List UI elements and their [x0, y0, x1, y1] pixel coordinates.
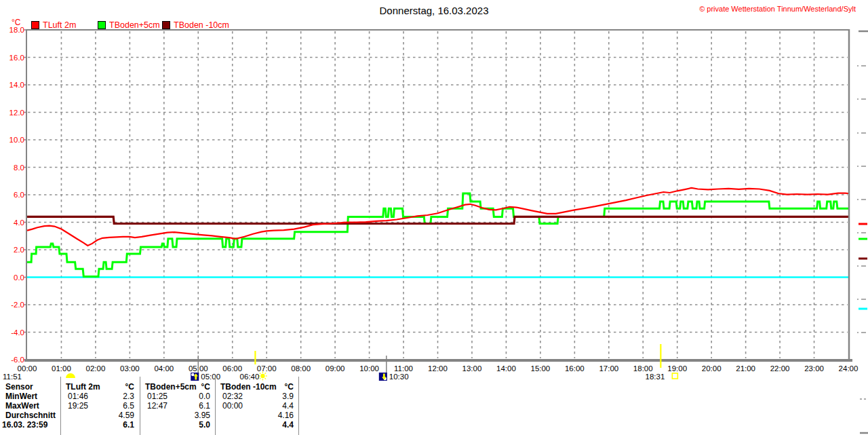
- sun-icon: [260, 374, 264, 378]
- sun-icon: [265, 373, 266, 373]
- table-row-label: MinWert: [5, 392, 37, 401]
- x-tick-label: 01:00: [52, 364, 71, 373]
- x-tick-label: 13:00: [462, 364, 482, 373]
- moon-icon: [66, 373, 75, 378]
- x-tick-label: 08:00: [291, 364, 311, 373]
- x-tick-label: 07:00: [257, 364, 277, 373]
- table-time-value: 12:47: [147, 402, 167, 411]
- table-temp-value: 4.59: [119, 411, 134, 420]
- table-temp-value: 5.0: [199, 421, 210, 430]
- table-time-value: 01:46: [68, 392, 88, 401]
- event-time-label: 10:30: [389, 373, 409, 381]
- table-time-value: 02:32: [222, 392, 243, 401]
- table-time-value: 00:00: [222, 402, 243, 411]
- table-sensor-header: TLuft 2m: [66, 383, 100, 392]
- table-temp-value: 6.1: [123, 421, 134, 430]
- x-tick-label: 03:00: [120, 364, 140, 373]
- x-tick-label: 16:00: [565, 364, 585, 373]
- table-corner-label: Sensor: [5, 383, 33, 392]
- x-tick-label: 06:00: [222, 364, 242, 373]
- x-tick-label: 24:00: [839, 364, 859, 373]
- weather-chart-window: Donnerstag, 16.03.2023 © private Wetters…: [0, 0, 868, 435]
- y-tick-label: 2.0: [14, 246, 24, 254]
- table-row-label: MaxWert: [5, 402, 39, 411]
- table-temp-value: 3.9: [282, 392, 294, 401]
- event-time-label: 05:00: [201, 373, 220, 381]
- y-tick-label: 4.0: [14, 219, 24, 227]
- x-tick-label: 20:00: [702, 364, 722, 373]
- sun-icon: [260, 378, 260, 379]
- y-tick-label: 10.0: [9, 136, 24, 144]
- table-sensor-header: TBoden -10cm: [220, 383, 277, 392]
- table-column-divider: [215, 377, 216, 435]
- table-temp-value: 3.95: [195, 411, 210, 420]
- x-tick-label: 21:00: [736, 364, 755, 373]
- y-tick-label: 14.0: [9, 81, 24, 89]
- table-column-divider: [60, 377, 61, 435]
- table-unit-header: °C: [201, 383, 210, 392]
- y-tick-label: -4.0: [11, 328, 24, 337]
- table-temp-value: 2.3: [123, 392, 134, 401]
- y-tick-label: 6.0: [14, 191, 24, 199]
- x-tick-label: 19:00: [667, 364, 687, 373]
- moonrise-icon: [191, 373, 194, 376]
- y-tick-label: -6.0: [11, 356, 24, 364]
- x-tick-label: 18:00: [633, 364, 653, 373]
- event-time-label: 11:51: [3, 373, 22, 381]
- x-tick-label: 02:00: [86, 364, 106, 373]
- x-tick-label: 15:00: [530, 364, 550, 373]
- y-tick-label: 16.0: [9, 54, 24, 62]
- table-temp-value: 0.0: [199, 392, 210, 401]
- table-sensor-header: TBoden+5cm: [145, 383, 197, 392]
- x-tick-label: 17:00: [599, 364, 618, 373]
- y-tick-label: 18.0: [9, 26, 24, 34]
- x-tick-label: 10:00: [359, 364, 379, 373]
- x-tick-label: 22:00: [770, 364, 790, 373]
- x-tick-label: 00:00: [18, 364, 37, 373]
- y-tick-label: -2.0: [11, 301, 24, 309]
- x-tick-label: 12:00: [428, 364, 448, 373]
- table-column-divider: [298, 377, 299, 435]
- y-tick-label: 0.0: [14, 273, 24, 282]
- y-tick-label: 12.0: [9, 109, 24, 117]
- x-tick-label: 11:00: [394, 364, 413, 373]
- table-time-value: 01:25: [147, 392, 167, 401]
- table-unit-header: °C: [125, 383, 134, 392]
- table-unit-header: °C: [285, 383, 294, 392]
- event-time-label: 18:31: [646, 373, 665, 381]
- table-column-divider: [140, 377, 140, 435]
- x-tick-label: 23:00: [804, 364, 824, 373]
- table-row-label: 16.03. 23:59: [2, 421, 47, 430]
- table-temp-value: 4.16: [278, 411, 294, 420]
- event-time-label: 06:40: [240, 373, 260, 381]
- sun-icon: [265, 378, 266, 379]
- table-temp-value: 4.4: [282, 402, 294, 411]
- x-tick-label: 09:00: [326, 364, 345, 373]
- table-temp-value: 4.4: [282, 421, 294, 430]
- chart-canvas: 18.016.014.012.010.08.06.04.02.00.0-2.0-…: [0, 0, 868, 435]
- table-row-label: Durchschnitt: [5, 411, 56, 420]
- y-tick-label: 8.0: [14, 164, 24, 172]
- table-temp-value: 6.5: [123, 402, 134, 411]
- x-tick-label: 04:00: [154, 364, 174, 373]
- sunset-icon: [672, 373, 677, 379]
- table-temp-value: 6.1: [199, 402, 210, 411]
- x-tick-label: 14:00: [496, 364, 516, 373]
- sun-icon: [260, 373, 260, 373]
- table-time-value: 19:25: [68, 402, 88, 411]
